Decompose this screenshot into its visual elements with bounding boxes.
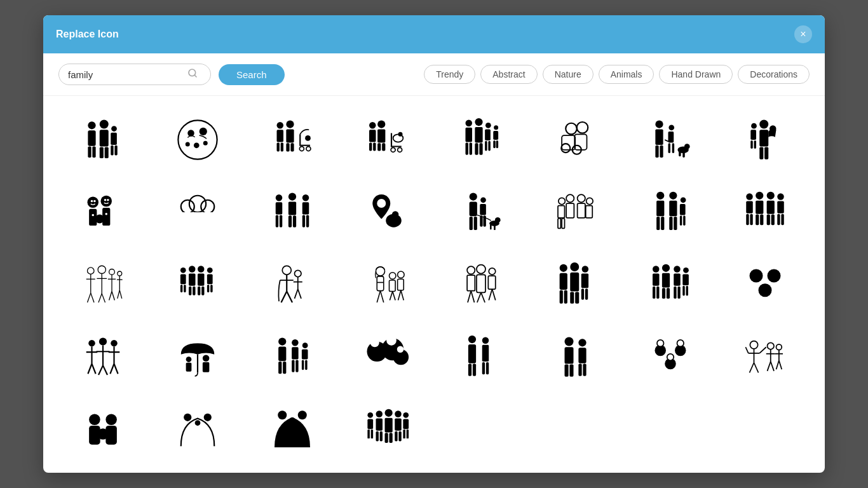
list-item[interactable] xyxy=(342,251,431,318)
svg-point-29 xyxy=(306,147,311,151)
list-item[interactable] xyxy=(153,251,243,318)
list-item[interactable] xyxy=(342,396,431,463)
svg-point-39 xyxy=(391,147,395,152)
list-item[interactable] xyxy=(248,323,337,391)
svg-rect-49 xyxy=(475,143,478,154)
list-item[interactable] xyxy=(58,251,148,318)
list-item[interactable] xyxy=(626,323,715,391)
filter-decorations[interactable]: Decorations xyxy=(738,65,810,84)
list-item[interactable] xyxy=(720,251,810,318)
svg-rect-251 xyxy=(653,287,655,299)
svg-rect-8 xyxy=(100,147,104,158)
search-input[interactable] xyxy=(68,69,182,80)
list-item[interactable] xyxy=(58,323,148,391)
svg-rect-48 xyxy=(475,127,483,143)
svg-rect-72 xyxy=(672,143,675,153)
list-item[interactable] xyxy=(153,323,243,391)
list-item[interactable] xyxy=(248,251,337,318)
list-item[interactable] xyxy=(248,106,337,173)
list-item[interactable] xyxy=(58,179,148,246)
list-item[interactable] xyxy=(720,179,810,246)
svg-rect-358 xyxy=(367,430,370,438)
list-item[interactable] xyxy=(153,179,243,246)
svg-rect-80 xyxy=(764,147,768,159)
svg-rect-23 xyxy=(281,142,283,151)
svg-point-318 xyxy=(579,339,587,346)
svg-point-90 xyxy=(104,199,107,201)
svg-rect-287 xyxy=(203,362,210,372)
svg-line-174 xyxy=(98,294,102,302)
svg-point-353 xyxy=(278,410,287,419)
close-button[interactable]: × xyxy=(794,25,812,43)
list-item[interactable] xyxy=(626,106,715,173)
svg-point-364 xyxy=(384,409,392,417)
list-item[interactable] xyxy=(437,106,526,173)
filter-animals[interactable]: Animals xyxy=(599,65,654,84)
svg-rect-362 xyxy=(376,431,378,442)
list-item[interactable] xyxy=(437,251,526,318)
list-item[interactable] xyxy=(531,106,621,173)
svg-point-225 xyxy=(468,266,475,274)
search-button[interactable]: Search xyxy=(219,64,285,85)
svg-point-221 xyxy=(397,271,404,278)
filter-hand-drawn[interactable]: Hand Drawn xyxy=(659,65,733,84)
svg-point-352 xyxy=(195,420,201,426)
svg-point-346 xyxy=(106,414,118,426)
list-item[interactable] xyxy=(153,396,243,463)
list-item[interactable] xyxy=(626,179,715,246)
icons-grid-container[interactable] xyxy=(43,96,825,473)
list-item[interactable] xyxy=(531,179,621,246)
svg-point-268 xyxy=(89,340,96,347)
svg-point-43 xyxy=(466,120,473,127)
svg-point-65 xyxy=(655,120,663,128)
svg-rect-293 xyxy=(292,347,299,359)
list-item[interactable] xyxy=(531,323,621,391)
svg-rect-85 xyxy=(754,140,756,149)
list-item[interactable] xyxy=(58,396,148,463)
svg-point-233 xyxy=(489,268,496,275)
svg-point-296 xyxy=(302,342,308,348)
list-item[interactable] xyxy=(342,179,431,246)
list-item[interactable] xyxy=(720,323,810,391)
svg-rect-201 xyxy=(210,285,213,292)
svg-rect-34 xyxy=(373,142,376,151)
svg-line-210 xyxy=(294,289,297,299)
list-item[interactable] xyxy=(248,396,337,463)
list-item[interactable] xyxy=(153,106,243,173)
svg-point-60 xyxy=(577,122,588,133)
svg-rect-151 xyxy=(746,201,753,214)
svg-rect-45 xyxy=(466,142,468,154)
list-item[interactable] xyxy=(342,323,431,391)
svg-line-185 xyxy=(120,290,123,299)
svg-point-266 xyxy=(767,269,780,283)
svg-rect-153 xyxy=(750,214,752,226)
filter-nature[interactable]: Nature xyxy=(543,65,593,84)
svg-point-162 xyxy=(777,193,784,200)
svg-point-88 xyxy=(94,200,97,203)
list-item[interactable] xyxy=(531,251,621,318)
svg-rect-9 xyxy=(105,147,109,158)
svg-point-142 xyxy=(669,192,677,200)
list-item[interactable] xyxy=(437,323,526,391)
list-item[interactable] xyxy=(342,106,431,173)
list-item[interactable] xyxy=(58,106,148,173)
svg-point-310 xyxy=(482,337,489,344)
svg-point-61 xyxy=(561,144,570,152)
svg-rect-369 xyxy=(395,419,402,431)
svg-point-198 xyxy=(207,268,213,273)
list-item[interactable] xyxy=(626,251,715,318)
svg-rect-108 xyxy=(293,215,296,227)
svg-rect-135 xyxy=(586,206,593,218)
filter-abstract[interactable]: Abstract xyxy=(480,65,537,84)
filter-trendy[interactable]: Trendy xyxy=(424,65,475,84)
list-item[interactable] xyxy=(437,179,526,246)
list-item[interactable] xyxy=(720,106,810,173)
list-item[interactable] xyxy=(248,179,337,246)
svg-point-131 xyxy=(587,198,593,205)
svg-point-314 xyxy=(565,337,574,346)
svg-point-327 xyxy=(667,354,674,361)
svg-point-303 xyxy=(370,338,379,347)
svg-point-17 xyxy=(194,142,200,148)
svg-line-220 xyxy=(392,292,395,301)
svg-rect-157 xyxy=(760,215,763,226)
